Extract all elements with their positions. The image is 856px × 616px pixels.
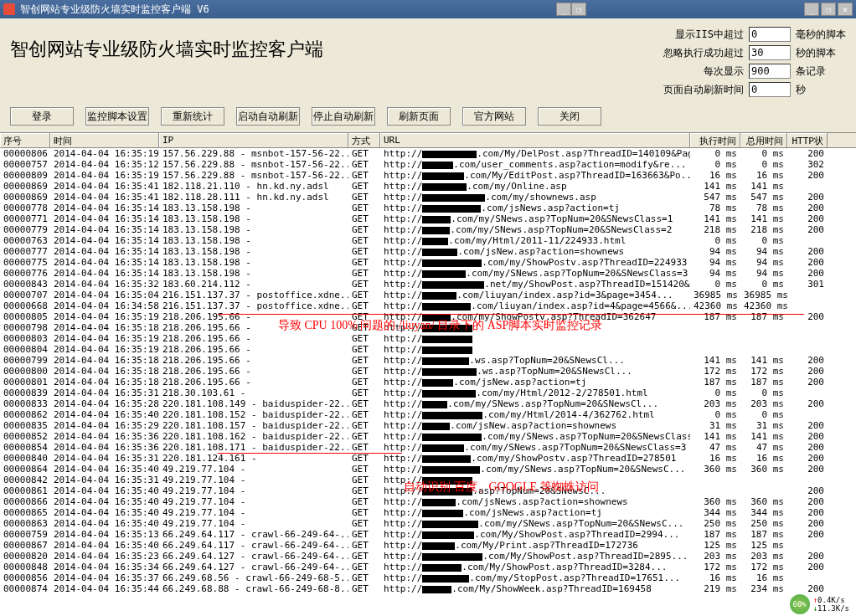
- col-total[interactable]: 总用时间: [740, 133, 787, 147]
- table-row[interactable]: 000008012014-04-04 16:35:18218.206.195.6…: [0, 377, 856, 388]
- table-row[interactable]: 000007632014-04-04 16:35:14183.13.158.19…: [0, 235, 856, 246]
- ignore-success-unit: 秒的脚本: [796, 46, 846, 60]
- cpu-badge-icon: 60%: [790, 594, 810, 614]
- window-title: 智创网站专业级防火墙实时监控客户端 V6: [20, 3, 556, 17]
- speed-readout: 0.4K/s 11.3K/s: [813, 596, 849, 613]
- official-site-button[interactable]: 官方网站: [462, 107, 526, 126]
- table-row[interactable]: 000008632014-04-04 16:35:4049.219.77.104…: [0, 518, 856, 529]
- float-minimize-button[interactable]: _: [556, 3, 571, 16]
- stop-auto-refresh-button[interactable]: 停止自动刷新: [312, 107, 375, 126]
- title-bar: 智创网站专业级防火墙实时监控客户端 V6 _ ❐ _ ❐ ×: [0, 0, 856, 18]
- settings-panel: 显示IIS中超过 毫秒的脚本 忽略执行成功超过 秒的脚本 每次显示 条记录 页面…: [663, 27, 846, 97]
- table-row[interactable]: 000008662014-04-04 16:35:4049.219.77.104…: [0, 496, 856, 507]
- iis-threshold-label: 显示IIS中超过: [663, 28, 744, 42]
- table-row[interactable]: 000008672014-04-04 16:35:4066.249.64.117…: [0, 540, 856, 551]
- table-row[interactable]: 000007792014-04-04 16:35:14183.13.158.19…: [0, 224, 856, 235]
- table-row[interactable]: 000008032014-04-04 16:35:19218.206.195.6…: [0, 333, 856, 344]
- table-row[interactable]: 000008432014-04-04 16:35:32183.60.214.11…: [0, 279, 856, 290]
- table-row[interactable]: 000007782014-04-04 16:35:14183.13.158.19…: [0, 203, 856, 213]
- start-auto-refresh-button[interactable]: 启动自动刷新: [236, 107, 300, 126]
- col-exec[interactable]: 执行时间: [690, 133, 740, 147]
- annotation-line-1: [218, 314, 804, 315]
- annotation-note-1: 导致 CPU 100% 问题的 /liuyan/ 目录下的 ASP脚本实时监控记…: [278, 318, 602, 333]
- header: 智创网站专业级防火墙实时监控客户端 显示IIS中超过 毫秒的脚本 忽略执行成功超…: [0, 18, 856, 102]
- table-row[interactable]: 000008392014-04-04 16:35:31218.30.103.61…: [0, 388, 856, 398]
- auto-refresh-input[interactable]: [749, 82, 791, 97]
- auto-refresh-label: 页面自动刷新时间: [663, 83, 744, 97]
- grid-header: 序号 时间 IP 方式 URL 执行时间 总用时间 HTTP状: [0, 133, 856, 148]
- col-status[interactable]: HTTP状: [787, 133, 828, 147]
- annotation-line-2: [218, 453, 402, 454]
- table-row[interactable]: 000008332014-04-04 16:35:28220.181.108.1…: [0, 398, 856, 409]
- table-row[interactable]: 000008652014-04-04 16:35:4049.219.77.104…: [0, 507, 856, 518]
- table-row[interactable]: 000008202014-04-04 16:35:2366.249.64.127…: [0, 551, 856, 562]
- table-row[interactable]: 000007072014-04-04 16:35:04216.151.137.3…: [0, 290, 856, 300]
- close-window-button[interactable]: ×: [838, 3, 853, 16]
- login-button[interactable]: 登录: [10, 107, 74, 126]
- table-row[interactable]: 000007592014-04-04 16:35:1366.249.64.117…: [0, 529, 856, 540]
- table-row[interactable]: 000007712014-04-04 16:35:14183.13.158.19…: [0, 213, 856, 224]
- table-row[interactable]: 000007992014-04-04 16:35:18218.206.195.6…: [0, 355, 856, 366]
- app-icon: [3, 3, 15, 15]
- col-url[interactable]: URL: [380, 133, 690, 147]
- table-row[interactable]: 000008642014-04-04 16:35:4049.219.77.104…: [0, 464, 856, 475]
- table-row[interactable]: 000008352014-04-04 16:35:29220.181.108.1…: [0, 420, 856, 431]
- table-row[interactable]: 000006682014-04-04 16:34:58216.151.137.3…: [0, 300, 856, 311]
- table-row[interactable]: 000007762014-04-04 16:35:14183.13.158.19…: [0, 268, 856, 279]
- log-grid: 序号 时间 IP 方式 URL 执行时间 总用时间 HTTP状 00000806…: [0, 132, 856, 616]
- minimize-button[interactable]: _: [804, 3, 819, 16]
- table-row[interactable]: 000007772014-04-04 16:35:14183.13.158.19…: [0, 246, 856, 257]
- ignore-success-input[interactable]: [749, 45, 791, 60]
- close-button[interactable]: 关闭: [538, 107, 601, 126]
- col-method[interactable]: 方式: [348, 133, 380, 147]
- page-title: 智创网站专业级防火墙实时监控客户端: [10, 27, 663, 97]
- table-row[interactable]: 000008402014-04-04 16:35:31220.181.124.1…: [0, 453, 856, 464]
- col-seq[interactable]: 序号: [0, 133, 50, 147]
- table-row[interactable]: 000007752014-04-04 16:35:14183.13.158.19…: [0, 257, 856, 268]
- iis-threshold-input[interactable]: [749, 27, 791, 42]
- col-ip[interactable]: IP: [159, 133, 348, 147]
- float-restore-button[interactable]: ❐: [571, 3, 586, 16]
- table-row[interactable]: 000008482014-04-04 16:35:3466.249.64.127…: [0, 562, 856, 572]
- table-row[interactable]: 000008092014-04-04 16:35:19157.56.229.88…: [0, 170, 856, 181]
- grid-rows: 000008062014-04-04 16:35:19157.56.229.88…: [0, 148, 856, 594]
- ignore-success-label: 忽略执行成功超过: [663, 46, 744, 60]
- page-size-label: 每次显示: [663, 64, 744, 79]
- page-size-input[interactable]: [749, 64, 791, 79]
- col-time[interactable]: 时间: [50, 133, 159, 147]
- toolbar: 登录 监控脚本设置 重新统计 启动自动刷新 停止自动刷新 刷新页面 官方网站 关…: [0, 102, 856, 132]
- table-row[interactable]: 000008042014-04-04 16:35:19218.206.195.6…: [0, 344, 856, 355]
- table-row[interactable]: 000008622014-04-04 16:35:40220.181.108.1…: [0, 409, 856, 420]
- table-row[interactable]: 000008692014-04-04 16:35:41182.118.28.11…: [0, 192, 856, 203]
- table-row[interactable]: 000008692014-04-04 16:35:41182.118.21.11…: [0, 181, 856, 192]
- table-row[interactable]: 000008002014-04-04 16:35:18218.206.195.6…: [0, 366, 856, 377]
- restat-button[interactable]: 重新统计: [161, 107, 224, 126]
- script-settings-button[interactable]: 监控脚本设置: [85, 107, 149, 126]
- table-row[interactable]: 000008542014-04-04 16:35:36220.181.108.1…: [0, 442, 856, 453]
- page-size-unit: 条记录: [796, 64, 846, 79]
- table-row[interactable]: 000008062014-04-04 16:35:19157.56.229.88…: [0, 148, 856, 159]
- table-row[interactable]: 000007572014-04-04 16:35:12157.56.229.88…: [0, 159, 856, 170]
- speed-badge: 60% 0.4K/s 11.3K/s: [790, 594, 849, 614]
- iis-threshold-unit: 毫秒的脚本: [796, 28, 846, 42]
- restore-button[interactable]: ❐: [821, 3, 836, 16]
- table-row[interactable]: 000008742014-04-04 16:35:4466.249.68.88 …: [0, 583, 856, 594]
- table-row[interactable]: 000008522014-04-04 16:35:36220.181.108.1…: [0, 431, 856, 442]
- auto-refresh-unit: 秒: [796, 83, 846, 97]
- refresh-page-button[interactable]: 刷新页面: [387, 107, 451, 126]
- table-row[interactable]: 000008562014-04-04 16:35:3766.249.68.56 …: [0, 572, 856, 583]
- annotation-note-2: 自动识别 百度、GOOGLE 等蜘蛛访问: [404, 480, 599, 495]
